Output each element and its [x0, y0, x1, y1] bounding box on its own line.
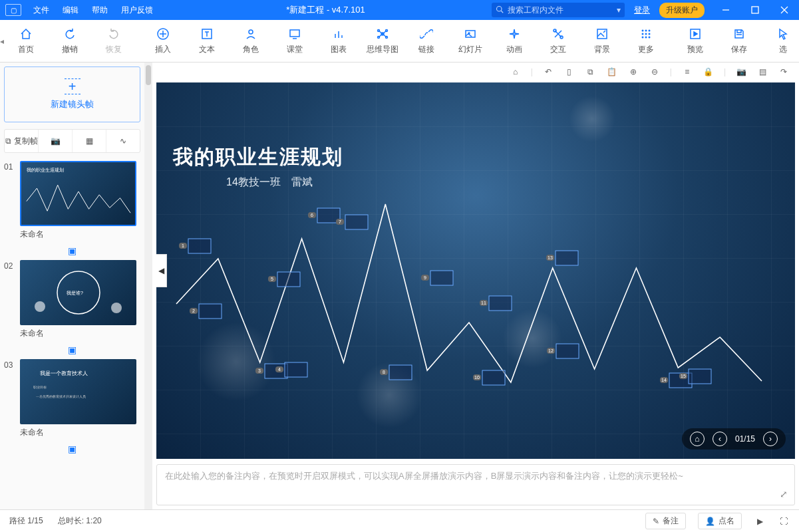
- more-button[interactable]: 更多: [624, 20, 668, 62]
- svg-rect-68: [345, 215, 368, 229]
- svg-line-1: [501, 11, 503, 13]
- copy-icon: ⧉: [5, 136, 11, 146]
- chart-button[interactable]: 图表: [317, 20, 361, 62]
- flow-button[interactable]: ∿: [106, 130, 140, 152]
- anim-button[interactable]: 动画: [492, 20, 536, 62]
- person-icon: 👤: [705, 517, 715, 526]
- home-button[interactable]: 首页: [4, 20, 48, 62]
- notes-toggle-button[interactable]: ✎备注: [645, 513, 686, 529]
- svg-point-36: [645, 33, 647, 35]
- notes-input[interactable]: 在此处输入您的备注内容，在预览时开启双屏模式，可以实现A屏全屏播放演示内容，B屏…: [156, 464, 795, 505]
- redo-icon: [106, 27, 121, 41]
- camera-button[interactable]: 📷: [39, 130, 73, 152]
- plus-icon: +: [65, 78, 80, 94]
- svg-text:14: 14: [661, 378, 667, 382]
- class-button[interactable]: 课堂: [273, 20, 317, 62]
- role-button[interactable]: 角色: [229, 20, 273, 62]
- preview-button[interactable]: 预览: [673, 20, 717, 62]
- nav-next-icon[interactable]: ›: [763, 432, 778, 446]
- snapshot-icon[interactable]: 📷: [735, 66, 747, 78]
- svg-rect-83: [556, 344, 579, 358]
- menu-feedback[interactable]: 用户反馈: [114, 0, 160, 20]
- transition-icon[interactable]: ▣: [4, 243, 140, 259]
- cursor-icon: [776, 27, 790, 41]
- interact-button[interactable]: 交互: [536, 20, 580, 62]
- canvas-stage[interactable]: 我的职业生涯规划 14教技一班 雷斌 123456789101112131415…: [156, 82, 795, 459]
- upgrade-button[interactable]: 升级账户: [659, 3, 705, 18]
- svg-rect-71: [389, 365, 412, 380]
- thumb-03[interactable]: 03 我是一个教育技术人职业目标一名优秀的教育技术开发设计人员 未命名 ▣: [4, 359, 140, 457]
- menu-help[interactable]: 帮助: [85, 0, 114, 20]
- svg-text:6: 6: [311, 213, 313, 217]
- svg-rect-13: [290, 30, 299, 37]
- rollcall-button[interactable]: 👤点名: [698, 513, 742, 529]
- paste-icon[interactable]: 📋: [606, 66, 618, 78]
- maximize-button[interactable]: [740, 0, 770, 20]
- copy-frame-button[interactable]: ⧉复制帧: [5, 130, 39, 152]
- thumb-02[interactable]: 02 我是谁? 未命名 ▣: [4, 260, 140, 358]
- close-button[interactable]: [770, 0, 799, 20]
- title-bar: ▢ 文件 编辑 帮助 用户反馈 *新建工程 - v4.7.101 ▾ 登录 升级…: [0, 0, 799, 20]
- slide-button[interactable]: 幻灯片: [448, 20, 492, 62]
- svg-point-38: [642, 37, 644, 39]
- redo-button[interactable]: 恢复: [92, 20, 136, 62]
- play-icon: [688, 27, 703, 41]
- lock-icon[interactable]: 🔒: [703, 66, 715, 78]
- svg-point-0: [497, 6, 502, 11]
- copy-view-icon[interactable]: ⧉: [585, 66, 597, 78]
- mindmap-icon: [375, 27, 390, 41]
- transition-icon[interactable]: ▣: [4, 342, 140, 358]
- sidebar-scrollbar[interactable]: [144, 63, 152, 509]
- svg-rect-86: [556, 251, 578, 265]
- new-frame-button[interactable]: + 新建镜头帧: [4, 66, 140, 122]
- bg-button[interactable]: 背景: [580, 20, 624, 62]
- layers-icon[interactable]: ▤: [756, 66, 768, 78]
- path-line-chart[interactable]: 123456789101112131415: [156, 82, 795, 459]
- zoom-out-icon[interactable]: ⊖: [649, 66, 661, 78]
- svg-rect-92: [689, 369, 711, 384]
- text-icon: [200, 27, 214, 41]
- svg-text:13: 13: [548, 255, 553, 260]
- select-button[interactable]: 选: [761, 20, 799, 62]
- undo-button[interactable]: 撤销: [48, 20, 92, 62]
- svg-text:2: 2: [192, 309, 195, 313]
- page-icon[interactable]: ▯: [563, 66, 575, 78]
- rotate-left-icon[interactable]: ↶: [542, 66, 554, 78]
- link-button[interactable]: 链接: [404, 20, 448, 62]
- nav-counter: 01/15: [735, 434, 755, 444]
- menu-file[interactable]: 文件: [27, 0, 56, 20]
- collapse-sidebar-icon[interactable]: ◀: [156, 254, 167, 287]
- transition-icon[interactable]: ▣: [4, 441, 140, 457]
- present-icon[interactable]: ▶: [754, 515, 766, 527]
- svg-rect-3: [752, 7, 758, 13]
- svg-text:8: 8: [383, 370, 385, 374]
- text-button[interactable]: 文本: [185, 20, 229, 62]
- bar-chart-icon: [331, 27, 346, 41]
- svg-text:11: 11: [481, 301, 486, 305]
- svg-text:3: 3: [258, 368, 261, 373]
- nav-home-icon[interactable]: ⌂: [690, 432, 705, 446]
- expand-icon[interactable]: ⤢: [780, 489, 788, 499]
- thumb-01[interactable]: 01 我的职业生涯规划 未命名 ▣: [4, 161, 140, 259]
- grid-icon: [639, 27, 653, 41]
- fullscreen-icon[interactable]: ⛶: [778, 515, 790, 527]
- mindmap-button[interactable]: 思维导图: [361, 20, 404, 62]
- chevron-down-icon[interactable]: ▾: [617, 5, 621, 15]
- redo-view-icon[interactable]: ↷: [778, 66, 790, 78]
- insert-button[interactable]: 插入: [141, 20, 185, 62]
- svg-rect-59: [285, 362, 307, 377]
- svg-point-39: [645, 37, 647, 39]
- menu-edit[interactable]: 编辑: [56, 0, 85, 20]
- login-link[interactable]: 登录: [634, 5, 650, 16]
- note-icon: ✎: [653, 517, 659, 526]
- search-input[interactable]: [508, 5, 613, 15]
- zoom-in-icon[interactable]: ⊕: [627, 66, 639, 78]
- search-box[interactable]: ▾: [492, 3, 625, 17]
- home-view-icon[interactable]: ⌂: [510, 66, 522, 78]
- flow-icon: ∿: [120, 136, 126, 146]
- nav-prev-icon[interactable]: ‹: [713, 432, 727, 446]
- save-button[interactable]: 保存: [717, 20, 761, 62]
- align-icon[interactable]: ≡: [681, 66, 693, 78]
- qr-button[interactable]: ▦: [73, 130, 106, 152]
- minimize-button[interactable]: [711, 0, 740, 20]
